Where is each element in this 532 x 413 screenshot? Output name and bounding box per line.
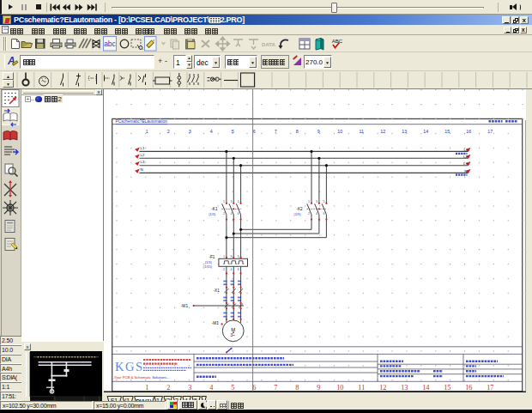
- svg-text:11: 11: [360, 129, 365, 134]
- svg-text:16: 16: [465, 384, 472, 392]
- svg-text:(1/15): (1/15): [203, 264, 213, 269]
- svg-text:4: 4: [210, 129, 213, 134]
- svg-text:-F1: -F1: [209, 255, 215, 259]
- svg-text:2: 2: [308, 212, 310, 216]
- svg-text:-M1: -M1: [212, 321, 219, 325]
- svg-text:7: 7: [274, 384, 277, 392]
- svg-text:-X1: -X1: [214, 288, 221, 293]
- svg-text:1: 1: [308, 200, 310, 203]
- svg-text:6: 6: [238, 268, 239, 271]
- svg-text:abc: abc: [104, 39, 116, 48]
- svg-text:L2: L2: [463, 155, 468, 159]
- svg-text:L3: L3: [463, 161, 468, 166]
- svg-text:16: 16: [466, 129, 471, 134]
- svg-text:KGS: KGS: [115, 360, 144, 374]
- svg-text:1: 1: [145, 384, 148, 392]
- svg-text:2: 2: [167, 129, 170, 134]
- svg-text:8: 8: [295, 384, 299, 392]
- svg-text:(1/9): (1/9): [293, 212, 301, 216]
- svg-text:M: M: [231, 327, 235, 332]
- svg-text:5: 5: [238, 200, 239, 203]
- svg-text:12: 12: [379, 384, 386, 392]
- svg-text:6: 6: [323, 212, 325, 216]
- svg-text:15: 15: [444, 129, 450, 134]
- svg-text:12: 12: [380, 129, 385, 134]
- svg-text:4: 4: [316, 212, 317, 216]
- svg-text:L1: L1: [141, 146, 145, 150]
- svg-text:1: 1: [223, 255, 225, 258]
- svg-text:9: 9: [317, 384, 320, 392]
- svg-text:1: 1: [223, 200, 225, 203]
- svg-text:(1/3): (1/3): [209, 212, 216, 216]
- svg-text:L1: L1: [463, 148, 468, 152]
- svg-text:PCschematic?ELautomation: PCschematic?ELautomation: [116, 119, 168, 124]
- svg-text:3~: 3~: [230, 333, 235, 337]
- svg-text:14: 14: [423, 129, 428, 134]
- svg-text:8: 8: [296, 129, 299, 134]
- svg-text:2: 2: [223, 212, 225, 216]
- svg-text:13: 13: [401, 384, 408, 392]
- svg-text:L2: L2: [141, 153, 145, 157]
- svg-text:7: 7: [275, 129, 277, 134]
- svg-text:-K1: -K1: [211, 207, 218, 211]
- svg-text:2: 2: [223, 268, 225, 271]
- svg-text:11: 11: [358, 384, 365, 392]
- svg-text:4: 4: [230, 212, 232, 216]
- svg-text:-Your PCB & Schematic Solution: -Your PCB & Schematic Solutions...: [113, 375, 170, 380]
- svg-text:5: 5: [232, 129, 234, 134]
- svg-text:1: 1: [146, 129, 148, 134]
- svg-text:10: 10: [337, 129, 342, 134]
- svg-text:3: 3: [188, 384, 191, 392]
- svg-text:14: 14: [422, 384, 430, 392]
- svg-text:5: 5: [238, 255, 239, 258]
- svg-text:13: 13: [402, 129, 407, 134]
- svg-text:L3: L3: [141, 160, 145, 164]
- svg-text:5: 5: [323, 200, 325, 203]
- svg-text:2: 2: [166, 384, 170, 392]
- svg-text:3: 3: [230, 200, 232, 203]
- svg-text:N: N: [464, 169, 467, 173]
- svg-text:-K2: -K2: [296, 207, 303, 211]
- svg-text:6: 6: [238, 212, 239, 216]
- svg-text:6: 6: [253, 129, 256, 134]
- svg-text:3: 3: [316, 200, 317, 203]
- svg-text:10: 10: [336, 384, 343, 392]
- svg-text:15: 15: [444, 384, 450, 392]
- svg-text:3: 3: [189, 129, 191, 134]
- svg-text:4: 4: [230, 268, 232, 271]
- svg-text:17: 17: [487, 384, 493, 392]
- svg-text:9: 9: [317, 129, 320, 134]
- svg-text:ABC: ABC: [332, 39, 343, 44]
- svg-text:-W1: -W1: [181, 304, 189, 308]
- svg-text:DATA: DATA: [262, 42, 275, 47]
- svg-text:5: 5: [231, 384, 234, 392]
- svg-text:3: 3: [230, 255, 232, 258]
- svg-text:17: 17: [487, 129, 493, 134]
- svg-text:N: N: [141, 167, 143, 172]
